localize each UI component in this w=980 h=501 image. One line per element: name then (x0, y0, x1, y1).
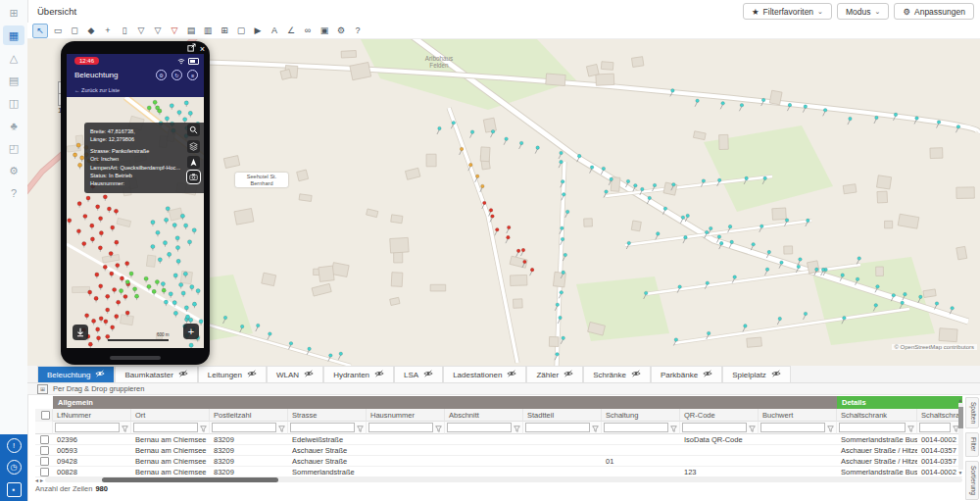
tab-ladestationen[interactable]: Ladestationen (443, 366, 526, 382)
side-panel-filter[interactable]: Filter (965, 432, 979, 456)
filter-input-hausnummer[interactable] (368, 423, 433, 432)
sidebar-bottom-notifications[interactable]: ! (7, 438, 22, 453)
tab-parkbänke[interactable]: Parkbänke (651, 366, 722, 382)
filter-input-strasse[interactable] (290, 423, 355, 432)
filter-input-schaltschranknummer[interactable] (919, 423, 951, 432)
download-icon[interactable] (73, 325, 88, 340)
tab-schränke[interactable]: Schränke (583, 366, 651, 382)
column-header-qr-code[interactable]: QR-Code (680, 409, 759, 422)
link-icon[interactable]: ∞ (301, 25, 315, 37)
navigate-icon[interactable] (187, 156, 200, 169)
scrollbar-thumb[interactable] (102, 477, 278, 482)
sidebar-item-reports[interactable]: ◫ (3, 93, 24, 113)
delete-icon[interactable]: ▯ (118, 25, 131, 37)
search-icon[interactable] (187, 124, 200, 136)
open-external-icon[interactable] (187, 43, 196, 54)
grid-vertical-scrollbar[interactable]: ▲ ▼ (956, 397, 964, 476)
column-header-postleitzahl[interactable]: Postleitzahl (210, 409, 288, 422)
select-rect-icon[interactable]: ▭ (51, 25, 65, 37)
tab-baumkataster[interactable]: Baumkataster (115, 366, 197, 382)
help-icon[interactable]: ? (351, 25, 365, 37)
filter-input-schaltschrank[interactable] (839, 423, 906, 432)
tab-zähler[interactable]: Zähler (526, 366, 583, 382)
side-panel-spalten[interactable]: Spalten (965, 397, 979, 428)
group-by-bar[interactable]: ⊞ Per Drag & Drop gruppieren (27, 382, 980, 395)
table-row[interactable]: 09428Bernau am Chiemsee83209Aschauer Str… (35, 456, 962, 467)
tab-wlan[interactable]: WLAN (267, 366, 323, 382)
eye-off-icon[interactable] (95, 370, 105, 379)
filter-input-abschnitt[interactable] (447, 423, 512, 432)
export-icon[interactable]: ▶ (251, 25, 265, 37)
print-icon[interactable]: ▣ (318, 25, 331, 37)
column-header-stadtteil[interactable]: Stadtteil (523, 409, 602, 422)
filter-input-ort[interactable] (133, 423, 198, 432)
filter-input-lfnummer[interactable] (55, 423, 120, 432)
print-settings-icon[interactable]: ⚙ (334, 25, 348, 37)
column-header-lfnummer[interactable]: LfNummer (53, 409, 131, 422)
filter-input-buchwert[interactable] (760, 423, 825, 432)
table-select-icon[interactable]: ⊞ (218, 25, 231, 37)
column-header-schaltung[interactable]: Schaltung (602, 409, 680, 422)
scroll-down-icon[interactable]: ▼ (958, 470, 963, 476)
eye-off-icon[interactable] (178, 370, 188, 379)
paste-icon[interactable]: ▥ (201, 25, 215, 37)
copy-icon[interactable]: ▤ (184, 25, 198, 37)
select-all-checkbox[interactable] (35, 409, 53, 422)
tab-lsa[interactable]: LSA (394, 366, 443, 382)
document-icon[interactable]: ▢ (234, 25, 248, 37)
filter-icon[interactable]: ▽ (134, 25, 148, 37)
pointer-icon[interactable]: ↖ (32, 24, 48, 38)
eye-off-icon[interactable] (703, 370, 712, 379)
table-row[interactable]: 02396Bernau am Chiemsee83209Edelweißstra… (35, 434, 962, 445)
sidebar-item-cards[interactable]: ▤ (3, 71, 24, 90)
tab-spielplatz[interactable]: Spielplatz (722, 366, 791, 382)
row-checkbox[interactable] (35, 456, 53, 467)
filter-add-icon[interactable]: ▽ (151, 25, 165, 37)
sidebar-bottom-app-switch[interactable]: ▪ (7, 482, 22, 497)
eye-off-icon[interactable] (507, 370, 516, 379)
eye-off-icon[interactable] (631, 370, 641, 379)
eye-off-icon[interactable] (304, 370, 314, 379)
filter-input-postleitzahl[interactable] (212, 423, 276, 432)
side-panel-sortierung[interactable]: Sortierung (965, 461, 979, 500)
refresh-icon[interactable]: ↻ (172, 70, 182, 80)
layers-icon[interactable] (187, 140, 200, 153)
eye-off-icon[interactable] (423, 370, 433, 379)
table-row[interactable]: 00593Bernau am Chiemsee83209Aschauer Str… (35, 445, 962, 456)
column-header-schaltschrank[interactable]: Schaltschrank (837, 409, 917, 422)
eye-off-icon[interactable] (247, 370, 257, 379)
filter-input-stadtteil[interactable] (525, 423, 590, 432)
sidebar-item-map-module[interactable]: ▦ (3, 25, 24, 45)
phone-back-link[interactable]: ← Zurück zur Liste (74, 87, 120, 93)
sidebar-item-settings[interactable]: ⚙ (3, 161, 24, 180)
scrollbar-thumb[interactable] (958, 407, 963, 428)
sidebar-item-help[interactable]: ? (3, 183, 24, 203)
tab-hydranten[interactable]: Hydranten (323, 366, 394, 382)
row-checkbox[interactable] (35, 445, 53, 456)
column-header-hausnummer[interactable]: Hausnummer (367, 409, 445, 422)
menu-icon[interactable]: ≡ (187, 70, 198, 80)
column-header-ort[interactable]: Ort (131, 409, 210, 422)
row-checkbox[interactable] (35, 434, 53, 445)
marker-icon[interactable]: ◆ (84, 25, 98, 37)
column-header-strasse[interactable]: Strasse (288, 409, 367, 422)
label-text-icon[interactable]: A (268, 25, 281, 37)
move-icon[interactable]: + (101, 25, 115, 37)
measure-icon[interactable]: ∠ (284, 25, 298, 37)
close-icon[interactable]: × (200, 44, 205, 54)
gear-icon[interactable]: ⚙ (156, 70, 167, 80)
grid-horizontal-scrollbar[interactable]: ◂ ▸ (35, 476, 962, 483)
eye-off-icon[interactable] (771, 370, 781, 379)
eye-off-icon[interactable] (564, 370, 573, 379)
modus-button[interactable]: Modus ⌄ (837, 3, 889, 20)
column-header-buchwert[interactable]: Buchwert (759, 409, 837, 422)
sidebar-item-hierarchy[interactable]: △ (3, 48, 24, 68)
select-lasso-icon[interactable]: ◻ (68, 25, 81, 37)
sidebar-item-trees[interactable]: ♣ (3, 116, 24, 135)
filterfavoriten-button[interactable]: ★ Filterfavoriten ⌄ (743, 3, 832, 20)
scroll-right-icon[interactable]: ▸ (40, 476, 43, 483)
sidebar-bottom-history[interactable]: ◷ (7, 460, 22, 475)
tab-leitungen[interactable]: Leitungen (198, 366, 267, 382)
scroll-left-icon[interactable]: ◂ (35, 476, 38, 483)
tab-beleuchtung[interactable]: Beleuchtung (37, 366, 115, 382)
